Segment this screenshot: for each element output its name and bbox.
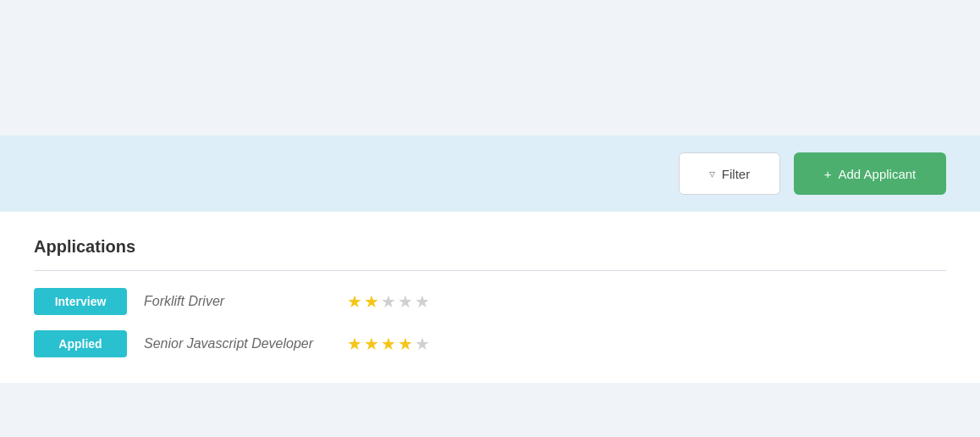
star-4: ★ [398, 334, 413, 354]
job-title: Senior Javascript Developer [144, 336, 330, 351]
plus-icon: + [824, 167, 832, 181]
star-rating: ★ ★ ★ ★ ★ [347, 291, 430, 312]
table-row: Interview Forklift Driver ★ ★ ★ ★ ★ [34, 288, 946, 315]
add-applicant-label: Add Applicant [839, 167, 917, 181]
filter-icon: ▿ [709, 167, 715, 180]
divider [34, 270, 946, 271]
filter-button[interactable]: ▿ Filter [679, 152, 780, 195]
star-4: ★ [398, 291, 413, 312]
applications-title: Applications [34, 237, 946, 257]
add-applicant-button[interactable]: + Add Applicant [794, 152, 946, 195]
star-5: ★ [415, 291, 430, 312]
content-section: Applications Interview Forklift Driver ★… [0, 212, 980, 383]
job-title: Forklift Driver [144, 294, 330, 309]
status-badge: Applied [34, 330, 127, 357]
filter-label: Filter [722, 167, 750, 181]
status-badge: Interview [34, 288, 127, 315]
star-3: ★ [381, 334, 396, 354]
star-2: ★ [364, 334, 379, 354]
top-section [0, 0, 980, 136]
table-row: Applied Senior Javascript Developer ★ ★ … [34, 330, 946, 357]
star-1: ★ [347, 291, 362, 312]
star-2: ★ [364, 291, 379, 312]
application-list: Interview Forklift Driver ★ ★ ★ ★ ★ Appl… [34, 288, 946, 357]
toolbar-section: ▿ Filter + Add Applicant [0, 136, 980, 212]
star-3: ★ [381, 291, 396, 312]
star-1: ★ [347, 334, 362, 354]
star-rating: ★ ★ ★ ★ ★ [347, 334, 430, 354]
star-5: ★ [415, 334, 430, 354]
